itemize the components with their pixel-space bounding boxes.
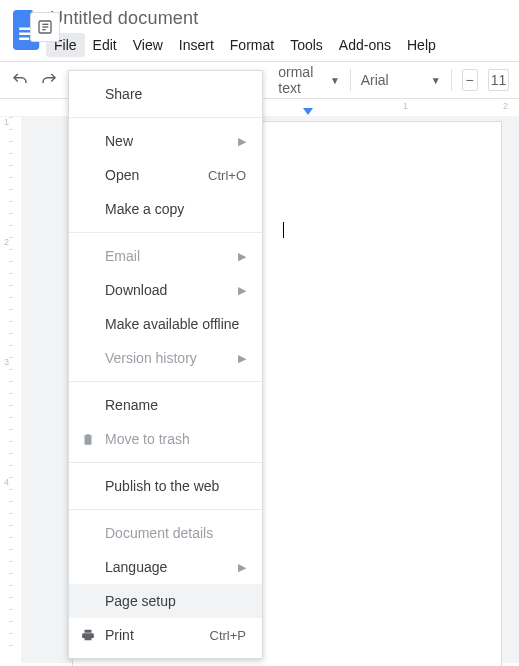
menu-item-make-copy[interactable]: Make a copy (69, 192, 262, 226)
font-family-select[interactable]: Arial ▼ (361, 72, 441, 88)
menu-item-print[interactable]: PrintCtrl+P (69, 618, 262, 652)
text-cursor (283, 222, 284, 238)
indent-marker-icon[interactable] (303, 108, 313, 115)
menu-item-share[interactable]: Share (69, 77, 262, 111)
svg-rect-2 (19, 38, 29, 41)
paragraph-style-select[interactable]: ormal text ▼ (278, 64, 340, 96)
separator (350, 69, 351, 91)
menu-item-rename[interactable]: Rename (69, 388, 262, 422)
label: New (105, 133, 133, 149)
menu-item-open[interactable]: OpenCtrl+O (69, 158, 262, 192)
submenu-arrow-icon: ▶ (238, 284, 246, 297)
ruler-label: 1 (4, 117, 9, 127)
label: Make available offline (105, 316, 239, 332)
vertical-ruler[interactable]: 1 2 3 4 (0, 117, 22, 663)
document-title[interactable]: Untitled document (46, 8, 444, 31)
submenu-arrow-icon: ▶ (238, 135, 246, 148)
menu-item-email: Email▶ (69, 239, 262, 273)
label: Email (105, 248, 140, 264)
label: Version history (105, 350, 197, 366)
menu-help[interactable]: Help (399, 33, 444, 57)
menu-item-page-setup[interactable]: Page setup (69, 584, 262, 618)
submenu-arrow-icon: ▶ (238, 352, 246, 365)
font-family-label: Arial (361, 72, 389, 88)
menu-item-document-details: Document details (69, 516, 262, 550)
separator (69, 117, 262, 118)
separator (451, 69, 452, 91)
file-menu-dropdown: Share New▶ OpenCtrl+O Make a copy Email▶… (68, 70, 263, 659)
menu-edit[interactable]: Edit (85, 33, 125, 57)
label: Rename (105, 397, 158, 413)
caret-down-icon: ▼ (431, 75, 441, 86)
ruler-label: 2 (4, 237, 9, 247)
menu-item-version-history: Version history▶ (69, 341, 262, 375)
undo-button[interactable] (10, 68, 29, 92)
label: Print (105, 627, 134, 643)
label: Language (105, 559, 167, 575)
redo-button[interactable] (39, 68, 58, 92)
label: Page setup (105, 593, 176, 609)
separator (69, 232, 262, 233)
font-size-decrease-button[interactable]: − (462, 69, 478, 91)
ruler-label: 2 (503, 101, 508, 111)
menu-view[interactable]: View (125, 33, 171, 57)
label: Publish to the web (105, 478, 219, 494)
menu-item-download[interactable]: Download▶ (69, 273, 262, 307)
print-icon (79, 626, 97, 644)
label: Share (105, 86, 142, 102)
separator (69, 381, 262, 382)
ruler-label: 4 (4, 477, 9, 487)
menu-addons[interactable]: Add-ons (331, 33, 399, 57)
menu-bar: File Edit View Insert Format Tools Add-o… (46, 31, 444, 57)
ruler-label: 1 (403, 101, 408, 111)
ruler-label: 3 (4, 357, 9, 367)
menu-item-language[interactable]: Language▶ (69, 550, 262, 584)
paragraph-style-label: ormal text (278, 64, 324, 96)
menu-item-offline[interactable]: Make available offline (69, 307, 262, 341)
trash-icon (79, 430, 97, 448)
separator (69, 462, 262, 463)
menu-tools[interactable]: Tools (282, 33, 331, 57)
menu-insert[interactable]: Insert (171, 33, 222, 57)
label: Move to trash (105, 431, 190, 447)
shortcut: Ctrl+P (210, 628, 246, 643)
document-outline-button[interactable] (30, 12, 60, 42)
menu-format[interactable]: Format (222, 33, 282, 57)
caret-down-icon: ▼ (330, 75, 340, 86)
label: Open (105, 167, 139, 183)
label: Document details (105, 525, 213, 541)
label: Make a copy (105, 201, 184, 217)
font-size-input[interactable]: 11 (488, 69, 509, 91)
separator (69, 509, 262, 510)
menu-item-new[interactable]: New▶ (69, 124, 262, 158)
submenu-arrow-icon: ▶ (238, 561, 246, 574)
submenu-arrow-icon: ▶ (238, 250, 246, 263)
shortcut: Ctrl+O (208, 168, 246, 183)
label: Download (105, 282, 167, 298)
menu-item-trash: Move to trash (69, 422, 262, 456)
menu-item-publish[interactable]: Publish to the web (69, 469, 262, 503)
